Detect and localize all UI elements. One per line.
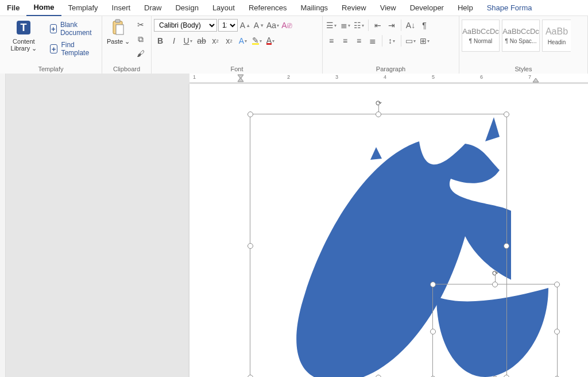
- style-sample: AaBb: [546, 26, 568, 37]
- group-label-clipboard: Clipboard: [105, 64, 149, 74]
- shading-button[interactable]: ▭▾: [404, 34, 417, 47]
- subscript-button[interactable]: x2: [209, 34, 222, 47]
- tab-design[interactable]: Design: [168, 0, 205, 16]
- resize-handle[interactable]: [247, 243, 253, 249]
- show-marks-button[interactable]: ¶: [418, 19, 431, 32]
- superscript-button[interactable]: x2: [223, 34, 235, 47]
- style-nospacing[interactable]: AaBbCcDc ¶ No Spac...: [502, 20, 540, 52]
- indent-dec-button[interactable]: ⇤: [372, 19, 384, 32]
- shrink-font-button[interactable]: A▼: [253, 19, 265, 32]
- bullets-button[interactable]: ☰▾: [325, 19, 338, 32]
- numbering-button[interactable]: ≣▾: [339, 19, 351, 32]
- font-size-select[interactable]: 12: [218, 19, 238, 32]
- indent-marker-icon[interactable]: [235, 74, 247, 83]
- tab-mailings[interactable]: Mailings: [293, 0, 335, 16]
- selection-box-small[interactable]: ⟳: [432, 284, 558, 377]
- vertical-ruler: [0, 74, 6, 377]
- indent-inc-button[interactable]: ⇥: [385, 19, 398, 32]
- tab-file[interactable]: File: [0, 0, 26, 16]
- underline-button[interactable]: U▾: [181, 34, 194, 47]
- svg-rect-4: [116, 25, 123, 34]
- style-sample: AaBbCcDc: [462, 27, 499, 36]
- style-heading[interactable]: AaBb Headin: [542, 20, 571, 52]
- blank-document-label: Blank Document: [60, 21, 97, 37]
- resize-handle[interactable]: [554, 329, 560, 334]
- change-case-button[interactable]: Aa▾: [266, 19, 279, 32]
- resize-handle[interactable]: [247, 111, 253, 117]
- font-name-select[interactable]: Calibri (Body): [154, 19, 217, 32]
- resize-handle[interactable]: [430, 329, 436, 334]
- group-label-templafy: Templafy: [2, 64, 99, 74]
- align-left-button[interactable]: ≡: [325, 34, 338, 47]
- tab-help[interactable]: Help: [451, 0, 480, 16]
- resize-handle[interactable]: [504, 243, 509, 249]
- paste-button[interactable]: Paste ⌄: [105, 17, 132, 46]
- ruler-mark: 7: [528, 74, 531, 80]
- tab-view[interactable]: View: [373, 0, 403, 16]
- italic-button[interactable]: I: [168, 34, 180, 47]
- group-label-font: Font: [154, 64, 320, 74]
- tab-layout[interactable]: Layout: [206, 0, 242, 16]
- tab-references[interactable]: References: [242, 0, 293, 16]
- right-indent-marker-icon[interactable]: [532, 78, 541, 83]
- horizontal-ruler[interactable]: 1 2 3 4 5 6 7: [189, 74, 588, 83]
- style-normal[interactable]: AaBbCcDc ¶ Normal: [462, 20, 500, 52]
- cut-button[interactable]: ✂: [134, 18, 147, 31]
- svg-marker-6: [238, 78, 243, 82]
- multilevel-button[interactable]: ☷▾: [353, 19, 365, 32]
- blank-document-button[interactable]: + Blank Document: [48, 20, 99, 38]
- tab-review[interactable]: Review: [335, 0, 373, 16]
- separator: [382, 35, 382, 47]
- text-effects-button[interactable]: A▾: [237, 34, 249, 47]
- bold-button[interactable]: B: [154, 34, 167, 47]
- borders-button[interactable]: ⊞▾: [418, 34, 431, 47]
- content-library-label: Content Library ⌄: [5, 38, 43, 52]
- tab-shape-format[interactable]: Shape Forma: [480, 0, 539, 16]
- grow-font-button[interactable]: A▲: [239, 19, 252, 32]
- resize-handle[interactable]: [430, 282, 436, 287]
- highlight-button[interactable]: ✎▾: [250, 34, 263, 47]
- line-spacing-button[interactable]: ↕▾: [385, 34, 398, 47]
- resize-handle[interactable]: [504, 111, 509, 117]
- separator: [401, 35, 401, 47]
- copy-button[interactable]: ⧉: [134, 33, 147, 45]
- resize-handle[interactable]: [554, 282, 560, 287]
- ruler-mark: 6: [480, 74, 483, 80]
- clear-format-button[interactable]: A⎚: [280, 19, 293, 32]
- tab-insert[interactable]: Insert: [105, 0, 138, 16]
- page[interactable]: ⟳ ⟳: [189, 84, 588, 377]
- tab-home[interactable]: Home: [26, 0, 61, 16]
- ruler-mark: 1: [193, 74, 196, 80]
- ruler-mark: 5: [432, 74, 435, 80]
- tab-templafy[interactable]: Templafy: [61, 0, 105, 16]
- separator: [401, 20, 401, 31]
- resize-handle[interactable]: [247, 375, 253, 377]
- plus-icon: +: [50, 24, 57, 33]
- align-center-button[interactable]: ≡: [339, 34, 351, 47]
- align-justify-button[interactable]: ≣: [366, 34, 379, 47]
- ruler-mark: 2: [287, 74, 290, 80]
- style-name: ¶ No Spac...: [505, 38, 537, 44]
- style-name: ¶ Normal: [469, 38, 492, 44]
- tab-draw[interactable]: Draw: [137, 0, 168, 16]
- svg-rect-3: [115, 20, 120, 22]
- group-label-paragraph: Paragraph: [325, 64, 457, 74]
- svg-text:T: T: [21, 22, 27, 33]
- plus-icon: +: [50, 44, 58, 53]
- svg-marker-7: [533, 78, 539, 82]
- style-name: Headin: [548, 39, 566, 45]
- tab-developer[interactable]: Developer: [403, 0, 451, 16]
- sort-button[interactable]: A↓: [404, 19, 417, 32]
- content-library-icon: T: [14, 18, 33, 37]
- resize-handle[interactable]: [376, 375, 381, 377]
- format-painter-button[interactable]: 🖌: [134, 47, 147, 60]
- find-template-button[interactable]: + Find Template: [48, 40, 99, 58]
- align-right-button[interactable]: ≡: [353, 34, 365, 47]
- resize-handle[interactable]: [492, 282, 498, 287]
- content-library-button[interactable]: T Content Library ⌄: [2, 17, 45, 53]
- font-color-button[interactable]: A▾: [264, 34, 277, 47]
- separator: [368, 20, 369, 31]
- strike-button[interactable]: ab: [195, 34, 208, 47]
- resize-handle[interactable]: [376, 111, 381, 117]
- clipboard-icon: [109, 18, 127, 37]
